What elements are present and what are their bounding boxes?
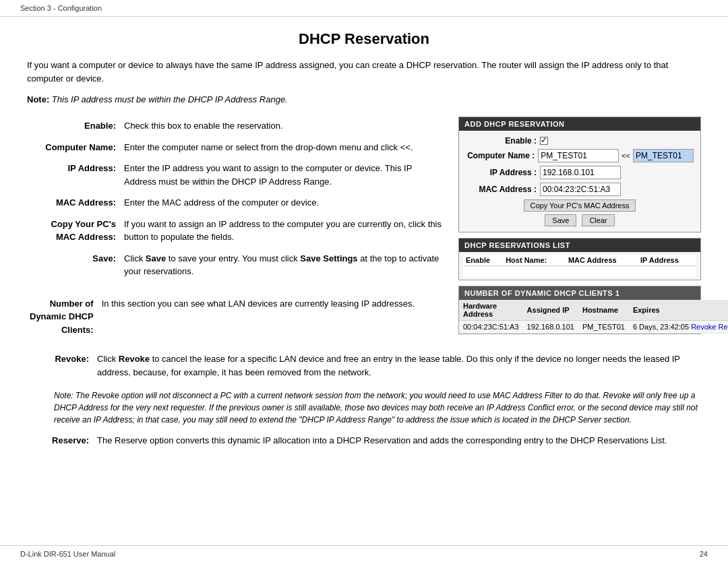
label-computer-name: Computer Name:: [27, 138, 121, 160]
desc-row-enable: Enable: Check this box to enable the res…: [27, 117, 445, 138]
dynamic-clients-table: Hardware Address Assigned IP Hostname Ex…: [459, 300, 728, 334]
form-label-enable: Enable :: [466, 136, 537, 146]
text-computer-name: Enter the computer name or select from t…: [121, 138, 445, 160]
text-mac-address: Enter the MAC address of the computer or…: [121, 193, 445, 215]
label-mac-address: MAC Address:: [27, 193, 121, 215]
note-text: Note: This IP address must be within the…: [27, 94, 701, 104]
copy-mac-button[interactable]: Copy Your PC's MAC Address: [524, 199, 635, 212]
label-dynamic-clients: Number ofDynamic DHCPClients:: [27, 294, 99, 342]
text-save: Click Save to save your entry. You must …: [121, 249, 445, 284]
intro-text: If you want a computer or device to alwa…: [27, 59, 701, 85]
computer-name-dropdown[interactable]: [633, 149, 694, 162]
assigned-ip-cell: 192.168.0.101: [523, 320, 578, 333]
revoke-link[interactable]: Revoke: [691, 323, 716, 331]
col-hostname: Hostname: [578, 300, 629, 321]
add-dhcp-panel: ADD DHCP RESERVATION Enable : Computer N…: [458, 117, 701, 232]
desc-row-mac-address: MAC Address: Enter the MAC address of th…: [27, 193, 445, 215]
reservations-empty-row: [463, 266, 696, 277]
dynamic-header-row: Hardware Address Assigned IP Hostname Ex…: [459, 300, 728, 321]
col-mac: MAC Address: [566, 255, 638, 266]
add-dhcp-header: ADD DHCP RESERVATION: [459, 117, 700, 131]
label-revoke: Revoke:: [27, 350, 94, 384]
footer-left: D-Link DIR-651 User Manual: [20, 550, 115, 558]
form-label-mac: MAC Address :: [466, 185, 537, 194]
enable-checkbox[interactable]: [540, 137, 548, 145]
reserve-row: Reserve: The Reserve option converts thi…: [27, 431, 701, 453]
form-row-mac: MAC Address :: [466, 183, 694, 196]
col-assigned-ip: Assigned IP: [523, 300, 578, 321]
add-dhcp-body: Enable : Computer Name : <<: [459, 131, 700, 232]
form-label-computer-name: Computer Name :: [466, 151, 535, 160]
desc-row-copy-mac: Copy Your PC'sMAC Address: If you want t…: [27, 215, 445, 249]
form-row-computer-name: Computer Name : <<: [466, 149, 694, 162]
lower-section: Number ofDynamic DHCPClients: In this se…: [27, 294, 445, 342]
clear-button[interactable]: Clear: [582, 214, 614, 226]
reservations-panel: DHCP RESERVATIONS LIST Enable Host Name:…: [458, 238, 701, 280]
reservations-header-row: Enable Host Name: MAC Address IP Address: [463, 255, 696, 266]
revoke-section: Revoke: Click Revoke to cancel the lease…: [27, 350, 701, 384]
revoke-row: Revoke: Click Revoke to cancel the lease…: [27, 350, 701, 384]
description-table: Enable: Check this box to enable the res…: [27, 117, 445, 284]
text-copy-mac: If you want to assign an IP address to t…: [121, 215, 445, 249]
hostname-cell: PM_TEST01: [578, 320, 629, 333]
col-enable: Enable: [463, 255, 503, 266]
double-arrow-label: <<: [621, 152, 630, 160]
reserve-section: Reserve: The Reserve option converts thi…: [27, 431, 701, 453]
page-footer: D-Link DIR-651 User Manual 24: [0, 545, 728, 562]
label-enable: Enable:: [27, 117, 121, 138]
text-ip-address: Enter the IP address you want to assign …: [121, 159, 445, 193]
copy-mac-row: Copy Your PC's MAC Address: [466, 199, 694, 212]
text-reserve: The Reserve option converts this dynamic…: [94, 431, 701, 453]
right-panel: ADD DHCP RESERVATION Enable : Computer N…: [458, 117, 701, 340]
dynamic-clients-panel: NUMBER OF DYNAMIC DHCP CLIENTS 1 Hardwar…: [458, 286, 701, 334]
col-hw-address: Hardware Address: [459, 300, 523, 321]
col-ip: IP Address: [638, 255, 696, 266]
ip-address-input[interactable]: [540, 166, 621, 179]
page-header: Section 3 - Configuration: [0, 0, 728, 17]
reserve-link[interactable]: Reserve: [719, 323, 729, 331]
computer-name-input[interactable]: [538, 149, 619, 162]
desc-row-computer-name: Computer Name: Enter the computer name o…: [27, 138, 445, 160]
dynamic-clients-header: NUMBER OF DYNAMIC DHCP CLIENTS 1: [459, 286, 700, 300]
footer-right: 24: [700, 550, 708, 558]
reservations-header: DHCP RESERVATIONS LIST: [459, 239, 700, 252]
desc-row-save: Save: Click Save to save your entry. You…: [27, 249, 445, 284]
text-enable: Check this box to enable the reservation…: [121, 117, 445, 138]
form-row-enable: Enable :: [466, 136, 694, 146]
label-copy-mac: Copy Your PC'sMAC Address:: [27, 215, 121, 249]
col-expires: Expires: [629, 300, 728, 321]
description-column: Enable: Check this box to enable the res…: [27, 117, 445, 342]
text-revoke: Click Revoke to cancel the lease for a s…: [94, 350, 701, 384]
page-title: DHCP Reservation: [27, 30, 701, 48]
label-save: Save:: [27, 249, 121, 284]
expires-cell: 6 Days, 23:42:05 Revoke Reserve: [629, 320, 728, 333]
revoke-note: Note: The Revoke option will not disconn…: [54, 389, 701, 426]
mac-address-input[interactable]: [540, 183, 621, 196]
computer-name-inputs: <<: [538, 149, 694, 162]
lower-table: Number ofDynamic DHCPClients: In this se…: [27, 294, 445, 342]
form-row-ip: IP Address :: [466, 166, 694, 179]
reservations-table: Enable Host Name: MAC Address IP Address: [463, 255, 696, 277]
desc-row-dynamic-clients: Number ofDynamic DHCPClients: In this se…: [27, 294, 445, 342]
dynamic-row: 00:04:23C:51:A3 192.168.0.101 PM_TEST01 …: [459, 320, 728, 333]
label-ip-address: IP Address:: [27, 159, 121, 193]
hw-address-cell: 00:04:23C:51:A3: [459, 320, 523, 333]
breadcrumb: Section 3 - Configuration: [20, 4, 102, 12]
form-label-ip: IP Address :: [466, 168, 537, 177]
col-hostname: Host Name:: [503, 255, 566, 266]
desc-row-ip-address: IP Address: Enter the IP address you wan…: [27, 159, 445, 193]
save-clear-row: Save Clear: [466, 214, 694, 226]
label-reserve: Reserve:: [27, 431, 94, 453]
text-dynamic-clients: In this section you can see what LAN dev…: [99, 294, 445, 342]
save-button[interactable]: Save: [545, 214, 576, 226]
